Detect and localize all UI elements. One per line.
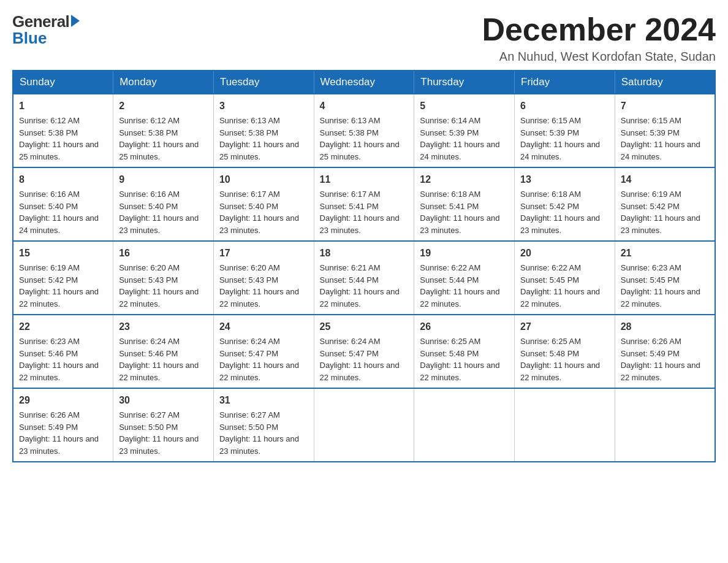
day-number: 21: [621, 246, 709, 261]
calendar-cell: [515, 388, 615, 462]
header-saturday: Saturday: [615, 71, 715, 94]
calendar-cell: 25Sunrise: 6:24 AMSunset: 5:47 PMDayligh…: [314, 315, 414, 388]
calendar-cell: 31Sunrise: 6:27 AMSunset: 5:50 PMDayligh…: [213, 388, 314, 462]
day-number: 4: [320, 99, 409, 113]
calendar-cell: 17Sunrise: 6:20 AMSunset: 5:43 PMDayligh…: [213, 241, 314, 315]
day-number: 12: [420, 172, 509, 187]
calendar-cell: 21Sunrise: 6:23 AMSunset: 5:45 PMDayligh…: [615, 241, 715, 315]
calendar-cell: 2Sunrise: 6:12 AMSunset: 5:38 PMDaylight…: [113, 94, 214, 167]
week-row-3: 15Sunrise: 6:19 AMSunset: 5:42 PMDayligh…: [13, 241, 715, 315]
calendar-cell: 5Sunrise: 6:14 AMSunset: 5:39 PMDaylight…: [414, 94, 515, 167]
calendar-cell: 14Sunrise: 6:19 AMSunset: 5:42 PMDayligh…: [615, 167, 715, 241]
logo-arrow-icon: [71, 15, 80, 27]
header-wednesday: Wednesday: [314, 71, 414, 94]
day-number: 28: [621, 320, 709, 334]
day-number: 25: [320, 320, 409, 334]
day-number: 29: [19, 393, 107, 408]
calendar-cell: 1Sunrise: 6:12 AMSunset: 5:38 PMDaylight…: [13, 94, 113, 167]
calendar-table: SundayMondayTuesdayWednesdayThursdayFrid…: [12, 70, 716, 462]
day-number: 24: [219, 320, 308, 334]
day-number: 17: [219, 246, 308, 261]
week-row-1: 1Sunrise: 6:12 AMSunset: 5:38 PMDaylight…: [13, 94, 715, 167]
day-number: 6: [520, 99, 609, 113]
day-number: 14: [621, 172, 709, 187]
calendar-cell: 8Sunrise: 6:16 AMSunset: 5:40 PMDaylight…: [13, 167, 113, 241]
calendar-header-row: SundayMondayTuesdayWednesdayThursdayFrid…: [13, 71, 715, 94]
header-thursday: Thursday: [414, 71, 515, 94]
calendar-cell: 20Sunrise: 6:22 AMSunset: 5:45 PMDayligh…: [515, 241, 615, 315]
day-number: 27: [520, 320, 609, 334]
calendar-cell: 7Sunrise: 6:15 AMSunset: 5:39 PMDaylight…: [615, 94, 715, 167]
header-tuesday: Tuesday: [213, 71, 314, 94]
logo-blue-text: Blue: [12, 29, 47, 48]
day-number: 3: [219, 99, 308, 113]
week-row-4: 22Sunrise: 6:23 AMSunset: 5:46 PMDayligh…: [13, 315, 715, 388]
calendar-cell: 23Sunrise: 6:24 AMSunset: 5:46 PMDayligh…: [113, 315, 214, 388]
day-number: 7: [621, 99, 709, 113]
day-number: 10: [219, 172, 308, 187]
calendar-cell: 22Sunrise: 6:23 AMSunset: 5:46 PMDayligh…: [13, 315, 113, 388]
day-number: 16: [119, 246, 208, 261]
calendar-cell: 27Sunrise: 6:25 AMSunset: 5:48 PMDayligh…: [515, 315, 615, 388]
day-number: 30: [119, 393, 208, 408]
day-number: 15: [19, 246, 107, 261]
calendar-cell: 10Sunrise: 6:17 AMSunset: 5:40 PMDayligh…: [213, 167, 314, 241]
location-text: An Nuhud, West Kordofan State, Sudan: [482, 50, 716, 64]
calendar-cell: 6Sunrise: 6:15 AMSunset: 5:39 PMDaylight…: [515, 94, 615, 167]
calendar-cell: 15Sunrise: 6:19 AMSunset: 5:42 PMDayligh…: [13, 241, 113, 315]
day-number: 19: [420, 246, 509, 261]
header-friday: Friday: [515, 71, 615, 94]
day-number: 1: [19, 99, 107, 113]
calendar-cell: [314, 388, 414, 462]
calendar-cell: 24Sunrise: 6:24 AMSunset: 5:47 PMDayligh…: [213, 315, 314, 388]
day-number: 18: [320, 246, 409, 261]
day-number: 23: [119, 320, 208, 334]
header-monday: Monday: [113, 71, 214, 94]
calendar-cell: 16Sunrise: 6:20 AMSunset: 5:43 PMDayligh…: [113, 241, 214, 315]
calendar-cell: [615, 388, 715, 462]
calendar-cell: 13Sunrise: 6:18 AMSunset: 5:42 PMDayligh…: [515, 167, 615, 241]
day-number: 26: [420, 320, 509, 334]
calendar-cell: 30Sunrise: 6:27 AMSunset: 5:50 PMDayligh…: [113, 388, 214, 462]
day-number: 2: [119, 99, 208, 113]
day-number: 11: [320, 172, 409, 187]
calendar-cell: 3Sunrise: 6:13 AMSunset: 5:38 PMDaylight…: [213, 94, 314, 167]
calendar-cell: 18Sunrise: 6:21 AMSunset: 5:44 PMDayligh…: [314, 241, 414, 315]
calendar-cell: 11Sunrise: 6:17 AMSunset: 5:41 PMDayligh…: [314, 167, 414, 241]
day-number: 8: [19, 172, 107, 187]
day-number: 5: [420, 99, 509, 113]
logo: General Blue: [12, 12, 80, 48]
month-title: December 2024: [482, 12, 716, 47]
calendar-cell: [414, 388, 515, 462]
calendar-cell: 4Sunrise: 6:13 AMSunset: 5:38 PMDaylight…: [314, 94, 414, 167]
day-number: 31: [219, 393, 308, 408]
title-block: December 2024 An Nuhud, West Kordofan St…: [482, 12, 716, 64]
page-header: General Blue December 2024 An Nuhud, Wes…: [12, 12, 716, 64]
week-row-2: 8Sunrise: 6:16 AMSunset: 5:40 PMDaylight…: [13, 167, 715, 241]
day-number: 20: [520, 246, 609, 261]
day-number: 9: [119, 172, 208, 187]
calendar-cell: 19Sunrise: 6:22 AMSunset: 5:44 PMDayligh…: [414, 241, 515, 315]
week-row-5: 29Sunrise: 6:26 AMSunset: 5:49 PMDayligh…: [13, 388, 715, 462]
day-number: 13: [520, 172, 609, 187]
header-sunday: Sunday: [13, 71, 113, 94]
calendar-cell: 29Sunrise: 6:26 AMSunset: 5:49 PMDayligh…: [13, 388, 113, 462]
calendar-cell: 9Sunrise: 6:16 AMSunset: 5:40 PMDaylight…: [113, 167, 214, 241]
day-number: 22: [19, 320, 107, 334]
calendar-cell: 26Sunrise: 6:25 AMSunset: 5:48 PMDayligh…: [414, 315, 515, 388]
calendar-cell: 28Sunrise: 6:26 AMSunset: 5:49 PMDayligh…: [615, 315, 715, 388]
calendar-cell: 12Sunrise: 6:18 AMSunset: 5:41 PMDayligh…: [414, 167, 515, 241]
